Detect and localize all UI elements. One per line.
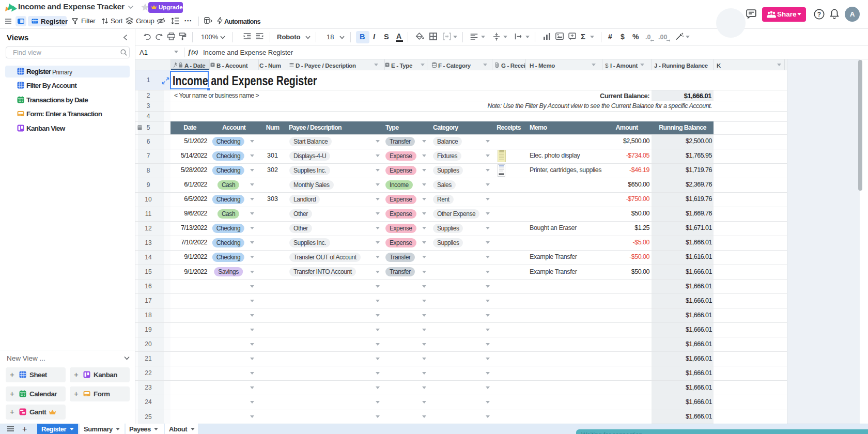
svg-text:?: ? <box>817 11 821 18</box>
